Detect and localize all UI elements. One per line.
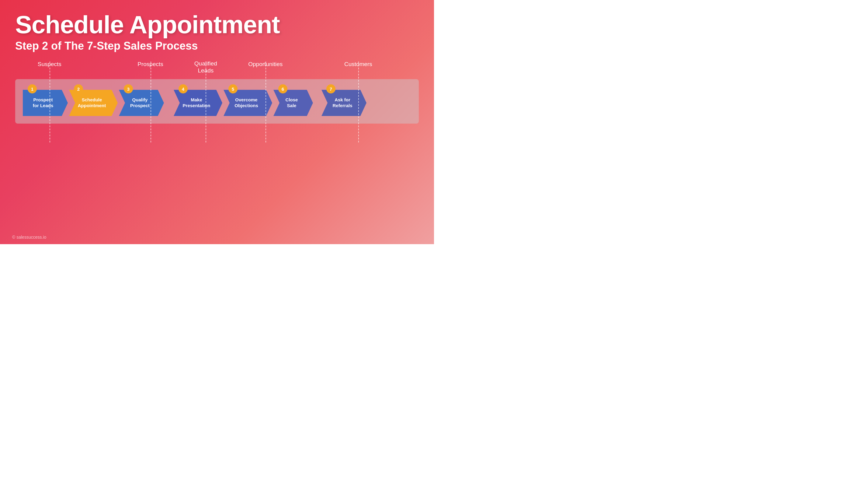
step-3-arrow: QualifyProspect — [119, 90, 164, 116]
category-opportunities: Opportunities — [248, 61, 283, 67]
step-5-arrow: OvercomeObjections — [223, 90, 272, 116]
background: Schedule Appointment Step 2 of The 7-Ste… — [0, 0, 434, 244]
category-suspects: Suspects — [38, 61, 61, 67]
step-7-wrap: 7 Ask forReferrals — [321, 90, 367, 116]
badge-5: 5 — [228, 84, 238, 93]
step-3-wrap: 3 QualifyProspect — [119, 90, 164, 116]
step-3-label: QualifyProspect — [130, 97, 150, 109]
step-1-label: Prospectfor Leads — [33, 97, 54, 109]
step-7-label: Ask forReferrals — [333, 97, 352, 109]
badge-1: 1 — [28, 84, 37, 93]
badge-2: 2 — [74, 84, 83, 93]
subtitle: Step 2 of The 7-Step Sales Process — [15, 39, 419, 52]
step-4-label: MakePresentation — [183, 97, 211, 109]
step-2-arrow: ScheduleAppointment — [69, 90, 118, 116]
step-2-label: ScheduleAppointment — [78, 97, 106, 109]
step-1-wrap: 1 Prospectfor Leads — [23, 90, 68, 116]
category-labels-row: Suspects Prospects QualifiedLeads Opport… — [15, 61, 419, 79]
main-title: Schedule Appointment — [15, 12, 419, 37]
category-prospects: Prospects — [137, 61, 163, 67]
step-7-arrow: Ask forReferrals — [321, 90, 367, 116]
step-1-arrow: Prospectfor Leads — [23, 90, 68, 116]
category-customers: Customers — [344, 61, 372, 67]
badge-7: 7 — [326, 84, 336, 93]
category-qualified-leads: QualifiedLeads — [194, 60, 217, 74]
step-2-wrap: 2 ScheduleAppointment — [69, 90, 118, 116]
step-6-label: CloseSale — [286, 97, 298, 109]
step-5-wrap: 5 OvercomeObjections — [223, 90, 272, 116]
step-4-arrow: MakePresentation — [174, 90, 222, 116]
copyright: © salessuccess.io — [12, 235, 46, 239]
process-box: 1 Prospectfor Leads 2 ScheduleAppointmen… — [15, 79, 419, 123]
step-4-wrap: 4 MakePresentation — [174, 90, 222, 116]
process-section: 1 Prospectfor Leads 2 ScheduleAppointmen… — [15, 79, 419, 123]
step-6-arrow: CloseSale — [273, 90, 313, 116]
badge-3: 3 — [124, 84, 133, 93]
step-6-wrap: 6 CloseSale — [273, 90, 313, 116]
badge-4: 4 — [179, 84, 188, 93]
badge-6: 6 — [278, 84, 287, 93]
diagram: Suspects Prospects QualifiedLeads Opport… — [15, 61, 419, 123]
step-5-label: OvercomeObjections — [235, 97, 258, 109]
steps-row: 1 Prospectfor Leads 2 ScheduleAppointmen… — [23, 90, 411, 116]
